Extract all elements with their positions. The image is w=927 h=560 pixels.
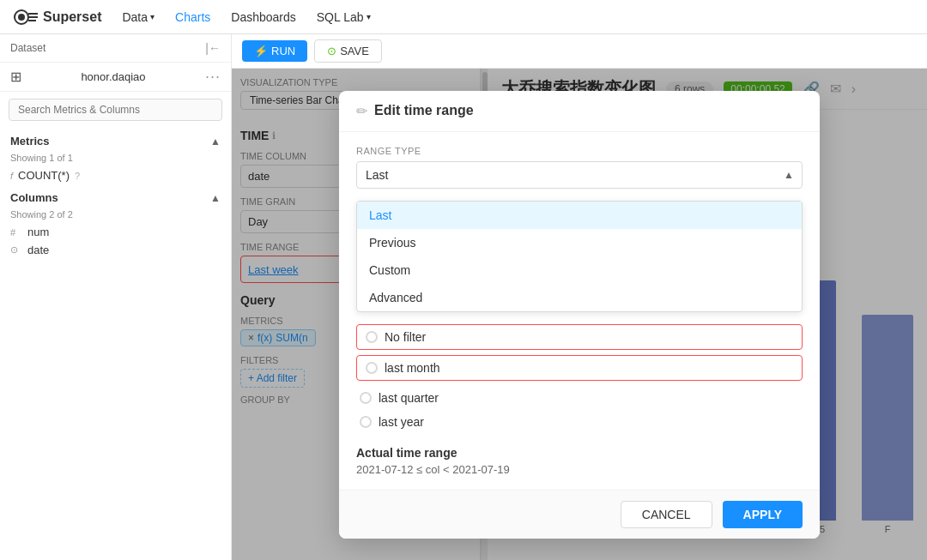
edit-time-range-modal: ✏ Edit time range RANGE TYPE Last Previo… [339,91,820,539]
dataset-name-row: ⊞ honor.daqiao ··· [0,63,231,92]
columns-collapse[interactable]: ▲ [210,192,221,204]
top-nav: Superset Data ▾ Charts Dashboards SQL La… [0,0,927,34]
dropdown-item-custom[interactable]: Custom [357,256,802,284]
modal-body: RANGE TYPE Last Previous Custom Advanced… [339,132,820,490]
save-icon: ⊙ [327,45,336,57]
save-button[interactable]: ⊙ SAVE [314,39,382,63]
dataset-options[interactable]: ··· [205,68,221,86]
last-month-option-box[interactable]: last month [356,355,803,381]
col-num-name: num [27,226,49,238]
toolbar: ⚡ RUN ⊙ SAVE [232,34,927,69]
columns-section-header: Columns ▲ [0,184,231,208]
last-year-radio[interactable] [360,416,372,428]
metrics-title: Metrics [10,135,50,148]
col-num-type: # [10,227,21,238]
column-date: ⊙ date [0,241,231,259]
dataset-label: Dataset [10,42,45,54]
modal-title: Edit time range [374,103,474,118]
search-input[interactable] [9,99,222,121]
metric-item: f COUNT(*) ? [0,166,231,184]
metrics-collapse[interactable]: ▲ [210,135,221,148]
no-filter-label: No filter [385,330,426,344]
col-date-type: ⊙ [10,244,21,256]
range-type-dropdown: Last Previous Custom Advanced [356,201,803,312]
content-inner: VISUALIZATION TYPE Time-series Bar Chart… [232,69,927,560]
column-num: # num [0,223,231,241]
last-month-label: last month [385,361,440,375]
metric-info[interactable]: ? [75,171,80,181]
columns-title: Columns [10,191,58,204]
dataset-arrow[interactable]: |← [205,41,221,55]
metrics-section-header: Metrics ▲ [0,128,231,151]
range-type-select-wrapper[interactable]: Last Previous Custom Advanced No filter … [356,161,803,189]
columns-showing: Showing 2 of 2 [0,208,231,223]
dropdown-item-last[interactable]: Last [357,202,802,229]
modal-header: ✏ Edit time range [339,91,820,132]
nav-item-dashboards[interactable]: Dashboards [231,10,296,24]
nav-item-charts[interactable]: Charts [175,10,210,24]
nav-item-sqllab[interactable]: SQL Lab ▾ [317,10,371,24]
last-year-option[interactable]: last year [356,410,803,434]
modal-footer: CANCEL APPLY [339,490,820,539]
nav-item-data[interactable]: Data ▾ [122,10,154,24]
last-quarter-label: last quarter [379,391,439,405]
logo-text: Superset [43,9,101,25]
range-type-select[interactable]: Last Previous Custom Advanced No filter [356,161,803,189]
last-quarter-radio[interactable] [360,392,372,404]
actual-range-title: Actual time range [356,446,803,460]
range-type-label: RANGE TYPE [356,146,803,156]
nav-data-arrow: ▾ [150,12,154,21]
edit-icon: ✏ [356,103,367,119]
metric-name: COUNT(*) [18,169,70,182]
last-quarter-option[interactable]: last quarter [356,386,803,410]
nav-sqllab-arrow: ▾ [367,12,371,21]
col-date-name: date [27,244,49,256]
svg-point-1 [18,14,25,21]
metrics-showing: Showing 1 of 1 [0,151,231,166]
dropdown-item-previous[interactable]: Previous [357,229,802,256]
actual-range-value: 2021-07-12 ≤ col < 2021-07-19 [356,463,803,476]
last-year-label: last year [379,415,424,429]
actual-range-section: Actual time range 2021-07-12 ≤ col < 202… [356,446,803,476]
run-icon: ⚡ [254,45,268,57]
cancel-button[interactable]: CANCEL [621,501,712,528]
dataset-name: honor.daqiao [21,70,205,83]
logo: Superset [14,9,101,25]
grid-icon: ⊞ [10,69,21,85]
content-area: ⚡ RUN ⊙ SAVE VISUALIZATION TYPE Time-ser… [232,34,927,560]
last-month-radio[interactable] [366,362,378,374]
no-filter-radio[interactable] [366,331,378,343]
run-button[interactable]: ⚡ RUN [242,40,307,62]
dropdown-item-advanced[interactable]: Advanced [357,284,802,311]
dataset-row: Dataset |← [0,34,231,63]
metric-type: f [10,171,13,181]
main-layout: Dataset |← ⊞ honor.daqiao ··· Metrics ▲ … [0,34,927,560]
no-filter-option-box[interactable]: No filter [356,324,803,350]
sidebar: Dataset |← ⊞ honor.daqiao ··· Metrics ▲ … [0,34,232,560]
modal-overlay: ✏ Edit time range RANGE TYPE Last Previo… [232,69,927,560]
apply-button[interactable]: APPLY [723,501,803,528]
